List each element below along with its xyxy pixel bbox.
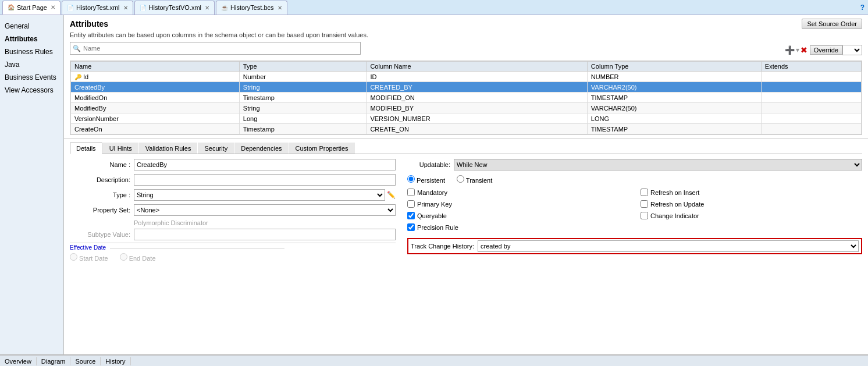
tab-details[interactable]: Details: [70, 143, 102, 154]
start-date-radio[interactable]: [70, 253, 77, 261]
end-date-option[interactable]: End Date: [120, 253, 156, 262]
table-row[interactable]: 🔑IdNumberIDNUMBER: [71, 72, 862, 82]
tab-security[interactable]: Security: [198, 143, 234, 154]
attr-column-name-cell: CREATED_BY: [367, 82, 587, 93]
refresh-insert-label: Refresh on Insert: [650, 189, 699, 196]
property-set-label: Property Set:: [70, 207, 134, 214]
table-row[interactable]: ModifiedByStringMODIFIED_BYVARCHAR2(50): [71, 103, 862, 113]
queryable-option[interactable]: Queryable: [407, 212, 629, 219]
name-input[interactable]: [134, 159, 396, 170]
updatable-label: Updatable:: [407, 161, 454, 168]
add-attribute-icon[interactable]: ➕: [785, 45, 795, 55]
attr-type-cell: String: [239, 103, 367, 113]
table-row[interactable]: CreateOnTimestampCREATE_ONTIMESTAMP: [71, 124, 862, 134]
effective-date-link[interactable]: Effective Date: [70, 244, 106, 251]
persistent-radio[interactable]: [407, 175, 415, 183]
transient-radio[interactable]: [457, 175, 464, 183]
change-indicator-option[interactable]: Change Indicator: [641, 212, 862, 219]
refresh-insert-checkbox[interactable]: [641, 189, 648, 196]
tab-history-test-vo[interactable]: 📄 HistoryTestVO.xml ✕: [134, 1, 215, 15]
change-indicator-checkbox[interactable]: [641, 212, 648, 219]
attr-type-cell: Number: [239, 72, 367, 82]
start-date-label: Start Date: [79, 255, 108, 262]
col-header-name: Name: [71, 62, 240, 72]
pencil-icon[interactable]: ✏️: [387, 191, 396, 199]
attr-column-type-cell: NUMBER: [587, 72, 761, 82]
type-select[interactable]: String: [134, 189, 385, 201]
tab-history-test-bcs[interactable]: ☕ HistoryTest.bcs ✕: [216, 1, 287, 15]
xml-file-icon: 📄: [67, 5, 74, 11]
help-button[interactable]: ?: [860, 3, 868, 12]
checkbox-grid: Mandatory Refresh on Insert Primary Key: [407, 189, 862, 233]
type-row: Type : String ✏️: [70, 189, 396, 201]
mandatory-checkbox[interactable]: [407, 189, 415, 196]
updatable-select[interactable]: While New: [454, 159, 862, 170]
refresh-update-option[interactable]: Refresh on Update: [641, 200, 862, 208]
tab-start-page[interactable]: 🏠 Start Page ✕: [2, 1, 61, 15]
tab-history-test-xml-close[interactable]: ✕: [123, 5, 128, 11]
set-source-order-button[interactable]: Set Source Order: [802, 19, 862, 29]
property-set-select[interactable]: <None>: [134, 204, 396, 216]
attr-column-type-cell: VARCHAR2(50): [587, 103, 761, 113]
attributes-table-wrapper: Name Type Column Name Column Type Extend…: [70, 61, 862, 135]
tab-history-test-bcs-close[interactable]: ✕: [278, 5, 282, 11]
bottom-tab-diagram[interactable]: Diagram: [37, 357, 71, 365]
precision-rule-checkbox[interactable]: [407, 223, 415, 231]
search-input[interactable]: [83, 45, 358, 52]
track-change-select[interactable]: created by: [478, 240, 859, 252]
sidebar-item-attributes[interactable]: Attributes: [0, 33, 63, 45]
remove-attribute-icon[interactable]: ✖: [801, 45, 807, 55]
attr-column-name-cell: VERSION_NUMBER: [367, 113, 587, 124]
end-date-radio[interactable]: [120, 253, 127, 261]
mandatory-option[interactable]: Mandatory: [407, 189, 629, 196]
tab-history-test-vo-close[interactable]: ✕: [205, 5, 209, 11]
attr-extends-cell: [761, 82, 861, 93]
description-input[interactable]: [134, 174, 396, 186]
sidebar-item-business-events[interactable]: Business Events: [0, 71, 63, 84]
transient-option[interactable]: Transient: [457, 175, 492, 184]
mandatory-label: Mandatory: [417, 189, 447, 196]
col-header-type: Type: [239, 62, 367, 72]
attr-name-cell: VersionNumber: [71, 113, 240, 124]
bottom-tab-history[interactable]: History: [101, 357, 130, 365]
attributes-section: Attributes Set Source Order Entity attri…: [64, 15, 868, 139]
table-row[interactable]: CreatedByStringCREATED_BYVARCHAR2(50): [71, 82, 862, 93]
refresh-update-checkbox[interactable]: [641, 200, 648, 208]
precision-rule-option[interactable]: Precision Rule: [407, 223, 629, 231]
attr-column-type-cell: TIMESTAMP: [587, 124, 761, 134]
queryable-checkbox[interactable]: [407, 212, 415, 219]
persistent-label: Persistent: [417, 177, 445, 184]
key-icon: 🔑: [74, 74, 81, 80]
sidebar-item-business-rules[interactable]: Business Rules: [0, 45, 63, 58]
sidebar-item-view-accessors[interactable]: View Accessors: [0, 84, 63, 97]
tab-history-test-bcs-label: HistoryTest.bcs: [230, 4, 274, 11]
subtype-value-input[interactable]: [134, 229, 396, 240]
persistent-option[interactable]: Persistent: [407, 175, 445, 184]
tab-custom-properties[interactable]: Custom Properties: [289, 143, 355, 154]
tab-ui-hints[interactable]: UI Hints: [103, 143, 138, 154]
subtype-value-row: Subtype Value:: [70, 229, 396, 240]
bottom-tab-source[interactable]: Source: [70, 357, 101, 365]
primary-key-checkbox[interactable]: [407, 200, 415, 208]
details-section: Details UI Hints Validation Rules Securi…: [64, 139, 868, 354]
start-date-option[interactable]: Start Date: [70, 253, 108, 262]
attr-column-name-cell: ID: [367, 72, 587, 82]
primary-key-option[interactable]: Primary Key: [407, 200, 629, 208]
extends-dropdown[interactable]: [842, 45, 862, 55]
table-row[interactable]: VersionNumberLongVERSION_NUMBERLONG: [71, 113, 862, 124]
change-indicator-label: Change Indicator: [650, 212, 699, 219]
sidebar-item-java[interactable]: Java: [0, 58, 63, 71]
type-field-group: String ✏️: [134, 189, 396, 201]
tab-history-test-xml[interactable]: 📄 HistoryTest.xml ✕: [62, 1, 133, 15]
tab-start-page-close[interactable]: ✕: [51, 4, 55, 10]
bcs-file-icon: ☕: [221, 5, 228, 11]
tab-validation-rules[interactable]: Validation Rules: [139, 143, 198, 154]
override-button[interactable]: Override: [810, 45, 842, 55]
tab-dependencies[interactable]: Dependencies: [234, 143, 288, 154]
sidebar-item-general[interactable]: General: [0, 20, 63, 33]
attr-name-cell: ModifiedBy: [71, 103, 240, 113]
bottom-tab-overview[interactable]: Overview: [0, 357, 37, 365]
refresh-insert-option[interactable]: Refresh on Insert: [641, 189, 862, 196]
table-row[interactable]: ModifiedOnTimestampMODIFIED_ONTIMESTAMP: [71, 93, 862, 103]
col-header-extends: Extends: [761, 62, 861, 72]
